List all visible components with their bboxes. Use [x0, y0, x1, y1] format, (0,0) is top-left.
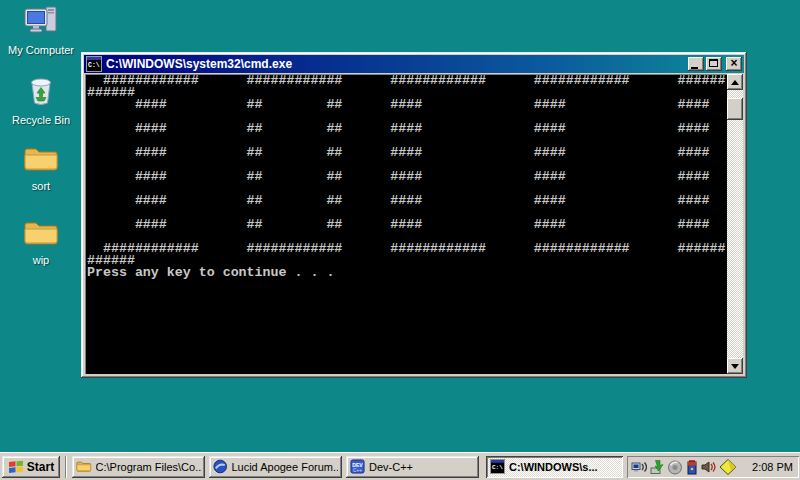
- desktop-icon-label: Recycle Bin: [2, 114, 80, 126]
- cmd-icon: C:\: [86, 56, 102, 72]
- taskbar-button-label: Dev-C++: [369, 461, 413, 473]
- globe-icon: [213, 459, 227, 474]
- dev-cpp-icon: DEV C++: [350, 459, 365, 474]
- svg-text:C++: C++: [353, 468, 362, 473]
- scroll-up-button[interactable]: [727, 74, 743, 90]
- folder-icon: [76, 460, 92, 473]
- close-icon: ×: [726, 56, 742, 70]
- recycle-bin-icon: [23, 72, 59, 108]
- gray-dial-icon[interactable]: [667, 459, 683, 475]
- desktop-icon-recycle-bin[interactable]: Recycle Bin: [2, 72, 80, 126]
- taskbar-button-lucid-apogee[interactable]: Lucid Apogee Forum...: [209, 456, 342, 478]
- volume-icon[interactable]: [701, 459, 717, 475]
- desktop-icon-label: wip: [2, 254, 80, 266]
- my-computer-icon: [23, 4, 59, 38]
- minimize-icon: [691, 67, 698, 69]
- start-button[interactable]: Start: [2, 456, 60, 478]
- taskbar-button-cmd-active[interactable]: C:\ C:\WINDOWS\s...: [486, 456, 623, 478]
- taskbar-button-label: C:\Program Files\Co...: [96, 461, 201, 473]
- scroll-down-button[interactable]: [727, 358, 743, 374]
- taskbar-button-program-files[interactable]: C:\Program Files\Co...: [72, 456, 205, 478]
- maximize-button[interactable]: [706, 57, 722, 71]
- arrow-down-icon: [731, 364, 739, 369]
- desktop-icon-sort[interactable]: sort: [2, 144, 80, 192]
- svg-text:DEV: DEV: [352, 462, 363, 468]
- titlebar[interactable]: C:\ C:\WINDOWS\system32\cmd.exe ×: [84, 55, 744, 73]
- start-label: Start: [27, 460, 54, 474]
- windows-logo-icon: [8, 460, 24, 474]
- svg-text:C:\: C:\: [88, 62, 100, 69]
- svg-text:C:\: C:\: [492, 464, 503, 471]
- cmd-window: C:\ C:\WINDOWS\system32\cmd.exe × ######…: [81, 52, 747, 378]
- safely-remove-hardware-icon[interactable]: [649, 459, 665, 475]
- arrow-up-icon: [731, 80, 739, 85]
- folder-icon: [23, 218, 59, 248]
- battery-icon[interactable]: [685, 459, 699, 475]
- folder-icon: [23, 144, 59, 174]
- taskbar-button-label: C:\WINDOWS\s...: [509, 461, 598, 473]
- console-output-area[interactable]: ############ ############ ############ #…: [85, 74, 743, 374]
- window-title: C:\WINDOWS\system32\cmd.exe: [106, 57, 686, 71]
- maximize-icon: [709, 59, 718, 67]
- scrollbar-thumb[interactable]: [727, 98, 743, 120]
- taskbar-button-dev-cpp[interactable]: DEV C++ Dev-C++: [346, 456, 479, 478]
- taskbar-button-label: Lucid Apogee Forum...: [231, 461, 338, 473]
- desktop-icon-my-computer[interactable]: My Computer: [2, 4, 80, 56]
- desktop-icon-wip[interactable]: wip: [2, 218, 80, 266]
- taskbar: Start C:\Program Files\Co... Lucid Apoge…: [0, 452, 800, 480]
- desktop-icon-label: My Computer: [2, 44, 80, 56]
- console-output: ############ ############ ############ #…: [87, 75, 725, 279]
- close-button[interactable]: ×: [726, 57, 742, 71]
- system-tray: 2:08 PM: [627, 456, 799, 478]
- clock[interactable]: 2:08 PM: [752, 461, 793, 473]
- cmd-icon: C:\: [490, 459, 505, 474]
- desktop-icon-label: sort: [2, 180, 80, 192]
- desktop[interactable]: { "desktop": { "background_color": "#0d8…: [0, 0, 800, 480]
- minimize-button[interactable]: [688, 57, 704, 71]
- scrollbar[interactable]: [727, 74, 743, 374]
- taskbar-divider: [65, 456, 67, 478]
- network-activity-icon[interactable]: [631, 459, 647, 475]
- yellow-note-icon[interactable]: [719, 459, 737, 475]
